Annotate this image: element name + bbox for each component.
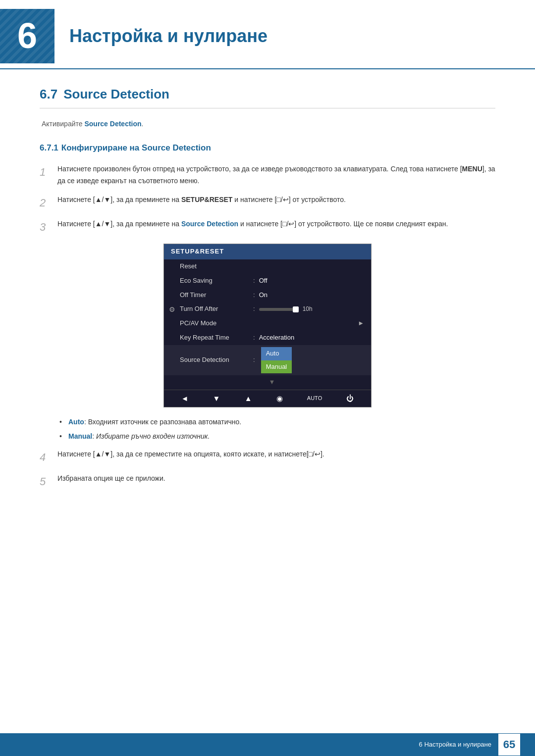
step-2-text: Натиснете [▲/▼], за да преминете на SETU… [57, 194, 495, 206]
bullet-manual-text: Избирате ръчно входен източник. [96, 432, 210, 440]
step-1: 1 Натиснете произволен бутон отпред на у… [40, 163, 495, 187]
menu-option-manual: Manual [261, 360, 292, 374]
subsection-title: 6.7.1Конфигуриране на Source Detection [40, 141, 495, 154]
menu-row-turnoff: ⚙ Turn Off After : 10h [164, 302, 371, 316]
step-4-text: Натиснете [▲/▼], за да се преместите на … [57, 449, 495, 460]
step-3-text: Натиснете [▲/▼], за да преминете на Sour… [57, 218, 495, 230]
step-1-num: 1 [40, 163, 57, 181]
menu-value-eco: Off [259, 276, 268, 286]
main-content: 6.7Source Detection Активирайте Source D… [0, 84, 535, 490]
step-4-num: 4 [40, 449, 57, 466]
page-footer: 6 Настройка и нулиране 65 [0, 733, 535, 756]
menu-header: SETUP&RESET [164, 244, 371, 259]
menu-label-reset: Reset [180, 261, 249, 272]
step-5: 5 Избраната опция ще се приложи. [40, 473, 495, 490]
subsection-number: 6.7.1 [40, 143, 58, 152]
section-title-text: Source Detection [63, 87, 169, 101]
bullet-manual: Manual: Избирате ръчно входен източник. [59, 431, 495, 442]
menu-value-keyrepeat: Acceleration [259, 333, 295, 343]
menu-more-indicator: ▼ [269, 377, 275, 388]
bullet-auto: Auto: Входният източник се разпознава ав… [59, 416, 495, 427]
menu-screenshot: SETUP&RESET Reset Eco Saving : Off Off T… [163, 244, 372, 407]
menu-row-reset: Reset [164, 259, 371, 274]
menu-row-keyrepeat: Key Repeat Time : Acceleration [164, 331, 371, 345]
menu-btn-back: ◄ [181, 393, 189, 404]
chapter-number: 6 [17, 7, 37, 64]
menu-row-source: Source Detection : Auto Manual [164, 345, 371, 376]
menu-btn-up: ▲ [245, 393, 252, 404]
step-2-num: 2 [40, 194, 57, 211]
bullet-manual-colon: : [92, 432, 96, 440]
intro-prefix: Активирайте [42, 120, 84, 128]
step-5-num: 5 [40, 473, 57, 490]
steps-list: 1 Натиснете произволен бутон отпред на у… [40, 163, 495, 236]
menu-bottom-bar: ◄ ▼ ▲ ◉ AUTO ⏻ [164, 390, 371, 407]
gear-icon: ⚙ [169, 304, 175, 315]
chapter-number-box: 6 [0, 9, 54, 63]
step-3-num: 3 [40, 218, 57, 236]
menu-label-pcav: PC/AV Mode [180, 318, 249, 329]
bullet-auto-bold: Auto [68, 418, 84, 426]
menu-label-source: Source Detection [180, 355, 249, 365]
menu-value-turnoff: 10h [303, 304, 313, 314]
menu-label-turnoff: Turn Off After [180, 304, 249, 314]
step-5-text: Избраната опция ще се приложи. [57, 473, 495, 485]
menu-option-auto: Auto [261, 347, 292, 360]
steps-list-2: 4 Натиснете [▲/▼], за да се преместите н… [40, 449, 495, 490]
menu-row-eco: Eco Saving : Off [164, 274, 371, 288]
menu-label-offtimer: Off Timer [180, 290, 249, 301]
menu-row-more: ▼ [164, 375, 371, 390]
step-2: 2 Натиснете [▲/▼], за да преминете на SE… [40, 194, 495, 211]
section-title: 6.7Source Detection [40, 84, 495, 108]
intro-bold: Source Detection [84, 120, 141, 128]
menu-btn-enter: ◉ [276, 393, 283, 404]
subsection-title-text: Конфигуриране на Source Detection [61, 143, 211, 152]
menu-btn-down: ▼ [213, 393, 220, 404]
menu-label-keyrepeat: Key Repeat Time [180, 333, 249, 343]
menu-btn-auto: AUTO [307, 394, 322, 403]
intro-suffix: . [142, 120, 144, 128]
menu-btn-power: ⏻ [346, 393, 354, 404]
menu-row-pcav: PC/AV Mode ► [164, 316, 371, 331]
menu-label-eco: Eco Saving [180, 276, 249, 286]
menu-dropdown-container: Auto Manual [261, 347, 292, 374]
footer-section-label: 6 Настройка и нулиране [419, 740, 491, 750]
chapter-header: 6 Настройка и нулиране [0, 0, 535, 69]
menu-row-offtimer: Off Timer : On [164, 288, 371, 302]
step-3: 3 Натиснете [▲/▼], за да преминете на So… [40, 218, 495, 236]
bullet-auto-text: Входният източник се разпознава автомати… [88, 418, 242, 426]
footer-page-number: 65 [498, 734, 520, 756]
step-1-text: Натиснете произволен бутон отпред на уст… [57, 163, 495, 187]
menu-slider [259, 308, 299, 311]
bullet-list: Auto: Входният източник се разпознава ав… [59, 416, 495, 442]
chapter-title: Настройка и нулиране [69, 22, 268, 50]
bullet-auto-colon: : [84, 418, 88, 426]
step-4: 4 Натиснете [▲/▼], за да се преместите н… [40, 449, 495, 466]
menu-value-offtimer: On [259, 290, 268, 301]
section-number: 6.7 [40, 87, 57, 101]
intro-paragraph: Активирайте Source Detection. [42, 118, 495, 129]
bullet-manual-bold: Manual [68, 432, 92, 440]
menu-arrow-pcav: ► [358, 318, 364, 329]
